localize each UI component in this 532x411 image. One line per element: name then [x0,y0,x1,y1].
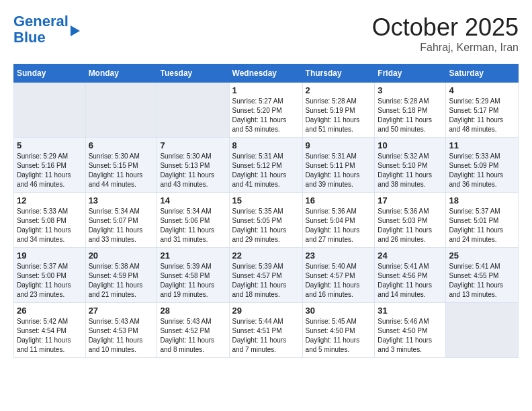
calendar-cell: 8Sunrise: 5:31 AMSunset: 5:12 PMDaylight… [229,138,302,193]
calendar-cell: 3Sunrise: 5:28 AMSunset: 5:18 PMDaylight… [375,83,446,138]
day-number: 29 [232,306,300,316]
cell-sun-info: Sunrise: 5:46 AMSunset: 4:50 PMDaylight:… [378,317,443,355]
calendar-cell: 17Sunrise: 5:36 AMSunset: 5:03 PMDayligh… [375,193,446,248]
cell-sun-info: Sunrise: 5:31 AMSunset: 5:11 PMDaylight:… [306,152,372,189]
cell-sun-info: Sunrise: 5:44 AMSunset: 4:51 PMDaylight:… [232,317,300,355]
weekday-header-friday: Friday [375,64,446,83]
calendar-cell: 29Sunrise: 5:44 AMSunset: 4:51 PMDayligh… [229,303,302,358]
cell-sun-info: Sunrise: 5:30 AMSunset: 5:15 PMDaylight:… [89,152,154,189]
calendar-cell: 25Sunrise: 5:41 AMSunset: 4:55 PMDayligh… [446,248,519,303]
logo-line1: General [13,13,69,30]
day-number: 16 [306,195,372,205]
cell-sun-info: Sunrise: 5:27 AMSunset: 5:20 PMDaylight:… [232,97,300,134]
calendar-cell [85,83,157,138]
weekday-header-wednesday: Wednesday [229,64,302,83]
calendar-cell: 5Sunrise: 5:29 AMSunset: 5:16 PMDaylight… [14,138,86,193]
calendar-cell: 27Sunrise: 5:43 AMSunset: 4:53 PMDayligh… [85,303,157,358]
page-header: General Blue October 2025 Fahraj, Kerman… [13,13,519,54]
cell-sun-info: Sunrise: 5:29 AMSunset: 5:16 PMDaylight:… [17,152,83,189]
month-title: October 2025 [372,13,519,42]
day-number: 15 [232,195,300,205]
calendar-cell: 1Sunrise: 5:27 AMSunset: 5:20 PMDaylight… [229,83,302,138]
day-number: 4 [449,85,515,95]
logo: General Blue [13,13,80,46]
cell-sun-info: Sunrise: 5:40 AMSunset: 4:57 PMDaylight:… [306,262,372,300]
cell-sun-info: Sunrise: 5:36 AMSunset: 5:04 PMDaylight:… [306,207,372,244]
calendar-cell: 2Sunrise: 5:28 AMSunset: 5:19 PMDaylight… [302,83,375,138]
day-number: 12 [17,195,83,205]
calendar-cell: 12Sunrise: 5:33 AMSunset: 5:08 PMDayligh… [14,193,86,248]
cell-sun-info: Sunrise: 5:34 AMSunset: 5:07 PMDaylight:… [89,207,154,244]
calendar-week-row: 5Sunrise: 5:29 AMSunset: 5:16 PMDaylight… [14,138,519,193]
day-number: 17 [378,195,443,205]
day-number: 11 [449,140,515,150]
day-number: 23 [306,250,372,261]
calendar-cell: 20Sunrise: 5:38 AMSunset: 4:59 PMDayligh… [85,248,157,303]
cell-sun-info: Sunrise: 5:33 AMSunset: 5:09 PMDaylight:… [449,152,515,189]
cell-sun-info: Sunrise: 5:45 AMSunset: 4:50 PMDaylight:… [306,317,372,355]
logo-line2: Blue [13,30,69,46]
day-number: 20 [89,250,154,261]
day-number: 3 [378,85,443,95]
cell-sun-info: Sunrise: 5:39 AMSunset: 4:57 PMDaylight:… [232,262,300,300]
calendar-cell: 9Sunrise: 5:31 AMSunset: 5:11 PMDaylight… [302,138,375,193]
calendar-cell [446,303,519,358]
weekday-header-saturday: Saturday [446,64,519,83]
cell-sun-info: Sunrise: 5:37 AMSunset: 5:01 PMDaylight:… [449,207,515,244]
cell-sun-info: Sunrise: 5:41 AMSunset: 4:55 PMDaylight:… [449,262,515,300]
calendar-cell: 11Sunrise: 5:33 AMSunset: 5:09 PMDayligh… [446,138,519,193]
calendar-cell: 30Sunrise: 5:45 AMSunset: 4:50 PMDayligh… [302,303,375,358]
day-number: 18 [449,195,515,205]
cell-sun-info: Sunrise: 5:29 AMSunset: 5:17 PMDaylight:… [449,97,515,134]
calendar-cell [14,83,86,138]
day-number: 25 [449,250,515,261]
cell-sun-info: Sunrise: 5:28 AMSunset: 5:19 PMDaylight:… [306,97,372,134]
calendar-week-row: 12Sunrise: 5:33 AMSunset: 5:08 PMDayligh… [14,193,519,248]
day-number: 19 [17,250,83,261]
day-number: 24 [378,250,443,261]
calendar-week-row: 1Sunrise: 5:27 AMSunset: 5:20 PMDaylight… [14,83,519,138]
day-number: 14 [160,195,226,205]
weekday-header-thursday: Thursday [302,64,375,83]
calendar-cell: 7Sunrise: 5:30 AMSunset: 5:13 PMDaylight… [157,138,229,193]
day-number: 31 [378,306,443,316]
cell-sun-info: Sunrise: 5:41 AMSunset: 4:56 PMDaylight:… [378,262,443,300]
cell-sun-info: Sunrise: 5:31 AMSunset: 5:12 PMDaylight:… [232,152,300,189]
calendar-cell: 21Sunrise: 5:39 AMSunset: 4:58 PMDayligh… [157,248,229,303]
cell-sun-info: Sunrise: 5:34 AMSunset: 5:06 PMDaylight:… [160,207,226,244]
calendar-cell: 28Sunrise: 5:43 AMSunset: 4:52 PMDayligh… [157,303,229,358]
cell-sun-info: Sunrise: 5:35 AMSunset: 5:05 PMDaylight:… [232,207,300,244]
weekday-header-tuesday: Tuesday [157,64,229,83]
day-number: 2 [306,85,372,95]
cell-sun-info: Sunrise: 5:42 AMSunset: 4:54 PMDaylight:… [17,317,83,355]
calendar-cell: 4Sunrise: 5:29 AMSunset: 5:17 PMDaylight… [446,83,519,138]
cell-sun-info: Sunrise: 5:36 AMSunset: 5:03 PMDaylight:… [378,207,443,244]
calendar-cell: 15Sunrise: 5:35 AMSunset: 5:05 PMDayligh… [229,193,302,248]
calendar-cell: 10Sunrise: 5:32 AMSunset: 5:10 PMDayligh… [375,138,446,193]
day-number: 13 [89,195,154,205]
day-number: 22 [232,250,300,261]
cell-sun-info: Sunrise: 5:43 AMSunset: 4:53 PMDaylight:… [89,317,154,355]
day-number: 7 [160,140,226,150]
calendar-cell: 16Sunrise: 5:36 AMSunset: 5:04 PMDayligh… [302,193,375,248]
day-number: 21 [160,250,226,261]
cell-sun-info: Sunrise: 5:37 AMSunset: 5:00 PMDaylight:… [17,262,83,300]
cell-sun-info: Sunrise: 5:38 AMSunset: 4:59 PMDaylight:… [89,262,154,300]
calendar-cell: 19Sunrise: 5:37 AMSunset: 5:00 PMDayligh… [14,248,86,303]
day-number: 28 [160,306,226,316]
cell-sun-info: Sunrise: 5:43 AMSunset: 4:52 PMDaylight:… [160,317,226,355]
cell-sun-info: Sunrise: 5:39 AMSunset: 4:58 PMDaylight:… [160,262,226,300]
calendar-week-row: 26Sunrise: 5:42 AMSunset: 4:54 PMDayligh… [14,303,519,358]
weekday-header-sunday: Sunday [14,64,86,83]
day-number: 9 [306,140,372,150]
calendar-cell: 24Sunrise: 5:41 AMSunset: 4:56 PMDayligh… [375,248,446,303]
calendar-cell: 26Sunrise: 5:42 AMSunset: 4:54 PMDayligh… [14,303,86,358]
cell-sun-info: Sunrise: 5:30 AMSunset: 5:13 PMDaylight:… [160,152,226,189]
day-number: 10 [378,140,443,150]
weekday-header-row: SundayMondayTuesdayWednesdayThursdayFrid… [14,64,519,83]
calendar-cell: 31Sunrise: 5:46 AMSunset: 4:50 PMDayligh… [375,303,446,358]
location-subtitle: Fahraj, Kerman, Iran [372,42,519,54]
title-block: October 2025 Fahraj, Kerman, Iran [372,13,519,54]
day-number: 8 [232,140,300,150]
calendar-cell: 18Sunrise: 5:37 AMSunset: 5:01 PMDayligh… [446,193,519,248]
